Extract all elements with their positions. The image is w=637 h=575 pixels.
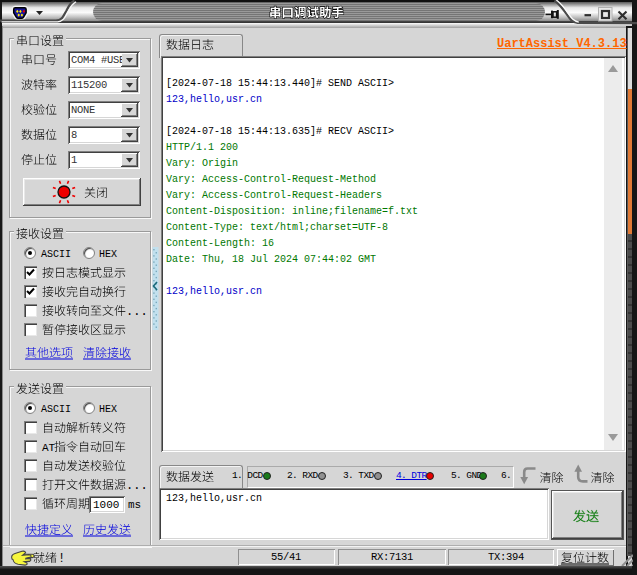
svg-text:AT: AT	[42, 442, 56, 454]
svg-text:...: ...	[126, 305, 148, 319]
svg-text:ASCII: ASCII	[41, 404, 71, 415]
svg-text:!: !	[58, 552, 65, 566]
svg-text:...: ...	[126, 479, 148, 493]
svg-text:ASCII: ASCII	[41, 249, 71, 260]
svg-text:HEX: HEX	[99, 249, 117, 260]
svg-text:HEX: HEX	[99, 404, 117, 415]
svg-text:ms: ms	[128, 499, 141, 511]
